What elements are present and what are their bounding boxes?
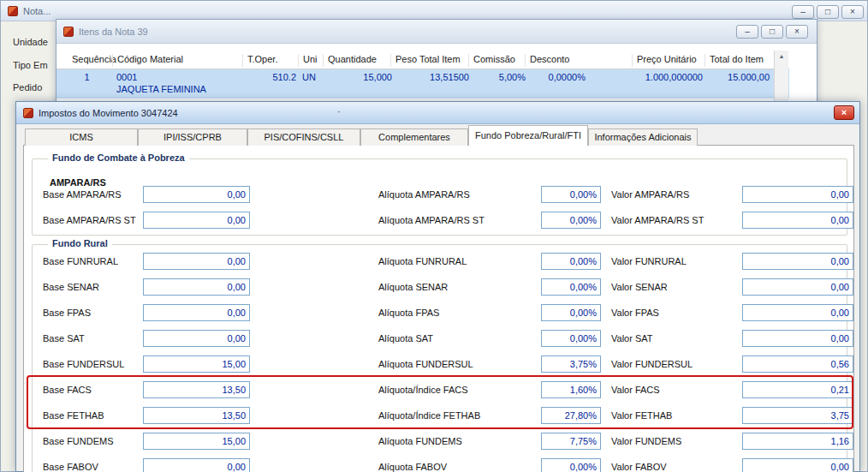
aliquota-field[interactable]: [541, 253, 601, 270]
col-uni[interactable]: Uni: [298, 54, 318, 67]
aliquota-field[interactable]: [541, 278, 601, 296]
tab-panel-fundo-pobreza: Fundo de Combate à Pobreza AMPARA/RS Fun…: [23, 145, 854, 472]
aliquota-field[interactable]: [541, 433, 601, 450]
group-title: Fundo de Combate à Pobreza: [48, 152, 189, 163]
impostos-titlebar[interactable]: Impostos do Movimento 3047424 · ×: [16, 102, 859, 124]
tax-row-fundersul: Base FUNDERSUL Alíquota FUNDERSUL Valor …: [24, 355, 853, 373]
base-field[interactable]: [143, 186, 250, 203]
valor-field[interactable]: [742, 433, 853, 450]
valor-field[interactable]: [742, 278, 853, 296]
label-unidade: Unidade: [13, 37, 48, 47]
tab-icms[interactable]: ICMS: [25, 128, 138, 146]
minimize-button[interactable]: –: [736, 25, 758, 39]
valor-field[interactable]: [742, 186, 853, 203]
aliquota-field[interactable]: [541, 330, 601, 347]
tax-row-fethab: Base FETHAB Alíquota/Índice FETHAB Valor…: [24, 407, 853, 424]
tab-fundo-pobreza-rural-fti[interactable]: Fundo Pobreza/Rural/FTI: [468, 125, 588, 146]
valor-field[interactable]: [742, 212, 853, 229]
col-total-do-item[interactable]: Total do Item: [705, 54, 764, 67]
base-field[interactable]: [143, 253, 250, 270]
close-button[interactable]: ×: [786, 25, 808, 39]
base-label: Base FUNDEMS: [43, 436, 114, 446]
valor-label: Valor FABOV: [611, 462, 667, 472]
valor-label: Valor FUNRURAL: [611, 256, 687, 266]
close-button[interactable]: ×: [841, 5, 864, 19]
aliquota-label: Alíquota AMPARA/RS: [378, 189, 470, 200]
base-label: Base SENAR: [43, 282, 99, 292]
valor-label: Valor FPAS: [611, 308, 659, 318]
vertical-scrollbar[interactable]: ▲: [774, 51, 788, 105]
col-preco-unitario[interactable]: Preço Unitário: [632, 54, 697, 67]
base-field[interactable]: [143, 330, 250, 347]
base-field[interactable]: [143, 278, 250, 296]
aliquota-label: Alíquota/Índice FACS: [378, 385, 468, 395]
window-title: Nota...: [23, 6, 51, 16]
cell-codigo: 0001: [116, 72, 137, 82]
col-comissao[interactable]: Comissão: [468, 54, 515, 67]
valor-label: Valor FUNDEMS: [611, 436, 681, 446]
base-field[interactable]: [143, 381, 250, 398]
tab-pis-cofins-csll[interactable]: PIS/COFINS/CSLL: [247, 128, 360, 146]
itens-titlebar[interactable]: Itens da Nota 39 – □ ×: [56, 20, 817, 44]
cell-desconto: 0,0000%: [529, 72, 586, 82]
aliquota-field[interactable]: [541, 407, 601, 424]
title-dot: ·: [337, 106, 341, 117]
tax-row-fpas: Base FPAS Alíquota FPAS Valor FPAS: [24, 304, 853, 321]
maximize-button[interactable]: □: [817, 5, 839, 19]
col-t-oper[interactable]: T.Oper.: [242, 54, 277, 67]
col-peso-total-item[interactable]: Peso Total Item: [390, 54, 461, 67]
base-label: Base AMPARA/RS ST: [43, 215, 136, 225]
tab-informacoes-adicionais[interactable]: Informações Adicionais: [588, 128, 698, 146]
base-label: Base SAT: [43, 333, 85, 344]
valor-field[interactable]: [742, 458, 853, 472]
aliquota-field[interactable]: [541, 458, 601, 472]
table-header: Sequência Código Material T.Oper. Uni Qu…: [56, 51, 789, 69]
tax-row-ampara-rs: Base AMPARA/RS Alíquota AMPARA/RS Valor …: [24, 186, 853, 203]
aliquota-field[interactable]: [541, 212, 601, 229]
base-field[interactable]: [143, 212, 250, 229]
aliquota-label: Alíquota SENAR: [378, 282, 448, 292]
col-quantidade[interactable]: Quantidade: [323, 54, 377, 67]
base-label: Base AMPARA/RS: [43, 189, 122, 200]
window-controls: – □ ×: [734, 25, 808, 39]
valor-label: Valor AMPARA/RS: [611, 189, 689, 200]
valor-field[interactable]: [742, 355, 853, 373]
minimize-button[interactable]: –: [792, 5, 814, 19]
desktop: { "chrome": { "minimize": "–", "maximize…: [0, 0, 868, 472]
label-pedido: Pedido: [13, 82, 42, 93]
valor-field[interactable]: [742, 304, 853, 321]
tab-complementares[interactable]: Complementares: [360, 128, 468, 146]
col-sequencia[interactable]: Sequência: [68, 54, 116, 67]
aliquota-label: Alíquota AMPARA/RS ST: [378, 215, 485, 225]
tab-bar: ICMSIPI/ISS/CPRBPIS/COFINS/CSLLComplemen…: [25, 124, 698, 145]
cell-peso-total: 13,51500: [395, 72, 469, 82]
aliquota-label: Alíquota FPAS: [378, 308, 439, 318]
base-field[interactable]: [143, 355, 250, 373]
table-row-selected[interactable]: 1 0001 JAQUETA FEMININA 510.2 UN 15,000 …: [56, 69, 789, 99]
window-title: Itens da Nota 39: [79, 27, 148, 37]
aliquota-field[interactable]: [541, 355, 601, 373]
tax-row-sat: Base SAT Alíquota SAT Valor SAT: [24, 330, 853, 347]
aliquota-field[interactable]: [541, 381, 601, 398]
col-desconto[interactable]: Desconto: [525, 54, 569, 67]
aliquota-field[interactable]: [541, 186, 601, 203]
base-label: Base FUNDERSUL: [43, 359, 124, 369]
base-field[interactable]: [143, 433, 250, 450]
tab-ipi-iss-cprb[interactable]: IPI/ISS/CPRB: [138, 128, 247, 146]
valor-field[interactable]: [742, 381, 853, 398]
base-field[interactable]: [143, 458, 250, 472]
tax-row-senar: Base SENAR Alíquota SENAR Valor SENAR: [24, 278, 853, 296]
aliquota-field[interactable]: [541, 304, 601, 321]
scroll-up-icon[interactable]: ▲: [775, 51, 788, 63]
base-field[interactable]: [143, 304, 250, 321]
cell-t-oper: 510.2: [247, 72, 296, 82]
base-field[interactable]: [143, 407, 250, 424]
valor-field[interactable]: [742, 330, 853, 347]
valor-field[interactable]: [742, 253, 853, 270]
base-label: Base FABOV: [43, 462, 98, 472]
close-button[interactable]: ×: [834, 105, 854, 120]
valor-label: Valor FUNDERSUL: [611, 359, 693, 369]
col-codigo-material[interactable]: Código Material: [112, 54, 183, 67]
maximize-button[interactable]: □: [761, 25, 783, 39]
valor-field[interactable]: [742, 407, 853, 424]
